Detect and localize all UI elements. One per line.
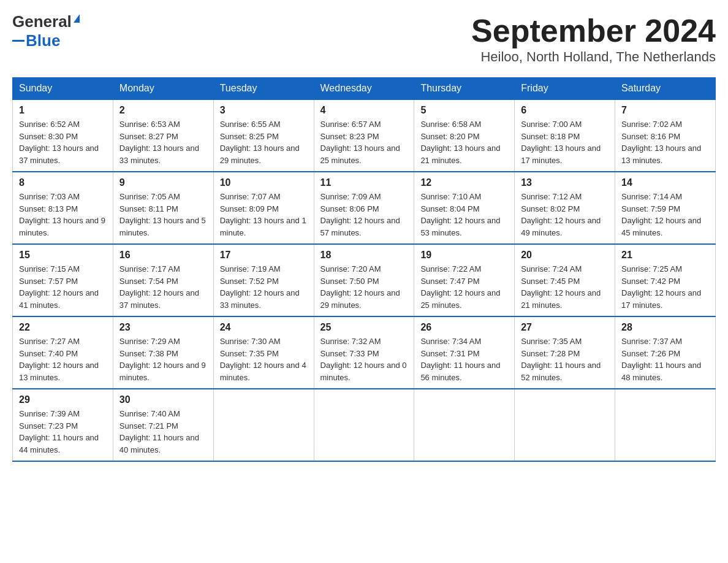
daylight-text: Daylight: 13 hours and 1 minute. — [220, 216, 306, 237]
day-number: 4 — [320, 105, 408, 116]
day-number: 17 — [220, 250, 308, 261]
sunset-text: Sunset: 7:23 PM — [19, 421, 78, 431]
sunset-text: Sunset: 7:42 PM — [621, 277, 680, 286]
sunset-text: Sunset: 8:27 PM — [119, 132, 178, 141]
daylight-text: Daylight: 11 hours and 52 minutes. — [521, 361, 601, 382]
sunrise-text: Sunrise: 7:30 AM — [220, 337, 281, 346]
calendar-day-cell: 26Sunrise: 7:34 AMSunset: 7:31 PMDayligh… — [414, 316, 515, 389]
day-info: Sunrise: 7:37 AMSunset: 7:26 PMDaylight:… — [621, 335, 709, 383]
day-info: Sunrise: 7:24 AMSunset: 7:45 PMDaylight:… — [521, 263, 609, 311]
sunrise-text: Sunrise: 6:58 AM — [420, 120, 481, 129]
day-number: 29 — [19, 394, 107, 405]
daylight-text: Daylight: 12 hours and 41 minutes. — [19, 288, 99, 310]
day-of-week-header: Sunday — [13, 78, 113, 100]
day-number: 27 — [521, 322, 609, 333]
day-info: Sunrise: 6:58 AMSunset: 8:20 PMDaylight:… — [420, 118, 508, 166]
sunrise-text: Sunrise: 7:00 AM — [521, 120, 582, 129]
sunset-text: Sunset: 8:20 PM — [420, 132, 479, 141]
sunrise-text: Sunrise: 7:27 AM — [19, 337, 80, 346]
calendar-day-cell: 23Sunrise: 7:29 AMSunset: 7:38 PMDayligh… — [113, 316, 213, 389]
day-info: Sunrise: 7:35 AMSunset: 7:28 PMDaylight:… — [521, 335, 609, 383]
sunset-text: Sunset: 7:28 PM — [521, 349, 580, 358]
day-number: 25 — [320, 322, 408, 333]
sunrise-text: Sunrise: 7:05 AM — [119, 192, 180, 201]
calendar-day-cell: 15Sunrise: 7:15 AMSunset: 7:57 PMDayligh… — [13, 244, 113, 316]
sunrise-text: Sunrise: 7:24 AM — [521, 264, 582, 274]
calendar-day-cell: 12Sunrise: 7:10 AMSunset: 8:04 PMDayligh… — [414, 172, 515, 244]
sunset-text: Sunset: 7:57 PM — [19, 277, 78, 286]
sunrise-text: Sunrise: 7:12 AM — [521, 192, 582, 201]
day-info: Sunrise: 6:53 AMSunset: 8:27 PMDaylight:… — [119, 118, 207, 166]
day-info: Sunrise: 7:34 AMSunset: 7:31 PMDaylight:… — [420, 335, 508, 383]
sunset-text: Sunset: 7:40 PM — [19, 349, 78, 358]
day-info: Sunrise: 7:00 AMSunset: 8:18 PMDaylight:… — [521, 118, 609, 166]
daylight-text: Daylight: 12 hours and 53 minutes. — [420, 216, 500, 237]
day-of-week-header: Friday — [515, 78, 615, 100]
calendar-week-row: 15Sunrise: 7:15 AMSunset: 7:57 PMDayligh… — [13, 244, 716, 316]
day-number: 10 — [220, 177, 308, 188]
daylight-text: Daylight: 12 hours and 4 minutes. — [220, 361, 306, 382]
day-info: Sunrise: 7:12 AMSunset: 8:02 PMDaylight:… — [521, 191, 609, 239]
day-info: Sunrise: 7:03 AMSunset: 8:13 PMDaylight:… — [19, 191, 107, 239]
sunrise-text: Sunrise: 7:39 AM — [19, 409, 80, 418]
daylight-text: Daylight: 12 hours and 21 minutes. — [521, 288, 601, 310]
sunrise-text: Sunrise: 7:10 AM — [420, 192, 481, 201]
day-number: 13 — [521, 177, 609, 188]
daylight-text: Daylight: 13 hours and 5 minutes. — [119, 216, 206, 237]
daylight-text: Daylight: 13 hours and 29 minutes. — [220, 144, 300, 165]
day-info: Sunrise: 7:10 AMSunset: 8:04 PMDaylight:… — [420, 191, 508, 239]
sunset-text: Sunset: 8:16 PM — [621, 132, 680, 141]
day-number: 2 — [119, 105, 207, 116]
sunset-text: Sunset: 8:13 PM — [19, 204, 78, 213]
calendar-day-cell: 29Sunrise: 7:39 AMSunset: 7:23 PMDayligh… — [13, 389, 113, 461]
calendar-day-cell — [615, 389, 716, 461]
sunrise-text: Sunrise: 7:34 AM — [420, 337, 481, 346]
daylight-text: Daylight: 13 hours and 33 minutes. — [119, 144, 199, 165]
day-info: Sunrise: 7:05 AMSunset: 8:11 PMDaylight:… — [119, 191, 207, 239]
calendar-week-row: 1Sunrise: 6:52 AMSunset: 8:30 PMDaylight… — [13, 99, 716, 172]
calendar-day-cell — [414, 389, 515, 461]
day-info: Sunrise: 7:39 AMSunset: 7:23 PMDaylight:… — [19, 408, 107, 456]
sunset-text: Sunset: 7:47 PM — [420, 277, 479, 286]
daylight-text: Daylight: 12 hours and 17 minutes. — [621, 288, 701, 310]
day-info: Sunrise: 7:14 AMSunset: 7:59 PMDaylight:… — [621, 191, 709, 239]
day-number: 21 — [621, 250, 709, 261]
calendar-day-cell: 22Sunrise: 7:27 AMSunset: 7:40 PMDayligh… — [13, 316, 113, 389]
daylight-text: Daylight: 12 hours and 25 minutes. — [420, 288, 500, 310]
sunrise-text: Sunrise: 7:20 AM — [320, 264, 381, 274]
daylight-text: Daylight: 13 hours and 13 minutes. — [621, 144, 701, 165]
sunrise-text: Sunrise: 7:40 AM — [119, 409, 180, 418]
daylight-text: Daylight: 11 hours and 40 minutes. — [119, 433, 199, 454]
sunrise-text: Sunrise: 7:15 AM — [19, 264, 80, 274]
day-number: 5 — [420, 105, 508, 116]
day-number: 3 — [220, 105, 308, 116]
location-text: Heiloo, North Holland, The Netherlands — [471, 49, 716, 65]
sunrise-text: Sunrise: 7:37 AM — [621, 337, 682, 346]
calendar-body: 1Sunrise: 6:52 AMSunset: 8:30 PMDaylight… — [13, 99, 716, 461]
day-info: Sunrise: 7:02 AMSunset: 8:16 PMDaylight:… — [621, 118, 709, 166]
day-number: 7 — [621, 105, 709, 116]
sunrise-text: Sunrise: 7:25 AM — [621, 264, 682, 274]
calendar-week-row: 22Sunrise: 7:27 AMSunset: 7:40 PMDayligh… — [13, 316, 716, 389]
daylight-text: Daylight: 12 hours and 57 minutes. — [320, 216, 400, 237]
day-info: Sunrise: 7:27 AMSunset: 7:40 PMDaylight:… — [19, 335, 107, 383]
day-info: Sunrise: 7:30 AMSunset: 7:35 PMDaylight:… — [220, 335, 308, 383]
calendar-day-cell: 30Sunrise: 7:40 AMSunset: 7:21 PMDayligh… — [113, 389, 213, 461]
sunrise-text: Sunrise: 6:53 AM — [119, 120, 180, 129]
calendar-day-cell: 9Sunrise: 7:05 AMSunset: 8:11 PMDaylight… — [113, 172, 213, 244]
day-info: Sunrise: 7:40 AMSunset: 7:21 PMDaylight:… — [119, 408, 207, 456]
sunrise-text: Sunrise: 7:19 AM — [220, 264, 281, 274]
day-of-week-header: Wednesday — [314, 78, 414, 100]
daylight-text: Daylight: 12 hours and 29 minutes. — [320, 288, 400, 310]
sunrise-text: Sunrise: 7:02 AM — [621, 120, 682, 129]
sunset-text: Sunset: 8:30 PM — [19, 132, 78, 141]
sunrise-text: Sunrise: 6:55 AM — [220, 120, 281, 129]
sunset-text: Sunset: 7:21 PM — [119, 421, 178, 431]
calendar-day-cell: 20Sunrise: 7:24 AMSunset: 7:45 PMDayligh… — [515, 244, 615, 316]
daylight-text: Daylight: 12 hours and 9 minutes. — [119, 361, 206, 382]
sunrise-text: Sunrise: 7:32 AM — [320, 337, 381, 346]
day-info: Sunrise: 7:17 AMSunset: 7:54 PMDaylight:… — [119, 263, 207, 311]
day-number: 26 — [420, 322, 508, 333]
day-info: Sunrise: 7:09 AMSunset: 8:06 PMDaylight:… — [320, 191, 408, 239]
day-of-week-header: Saturday — [615, 78, 716, 100]
